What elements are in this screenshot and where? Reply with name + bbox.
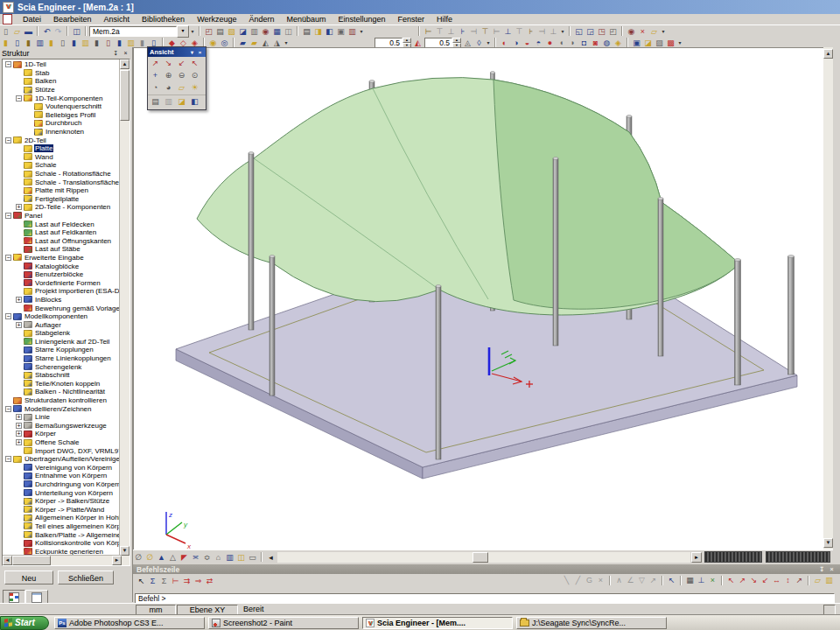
- step-3-icon[interactable]: ⇄: [204, 576, 215, 586]
- pin-icon[interactable]: ↧: [111, 49, 121, 58]
- beam-tool-1[interactable]: ▮: [0, 38, 11, 48]
- tree-item-label[interactable]: Modellkomponenten: [24, 312, 88, 320]
- osnap-7[interactable]: ↗: [794, 575, 805, 585]
- beam-tool-5[interactable]: ▮: [46, 38, 57, 48]
- split-view-icon[interactable]: ◫: [235, 552, 247, 563]
- window-icon[interactable]: ◫: [283, 26, 294, 37]
- ucs-2-icon[interactable]: ∅: [144, 552, 156, 563]
- tree-item-label[interactable]: Voutenquerschnitt: [45, 102, 102, 110]
- support-6-icon[interactable]: ⊤: [480, 26, 491, 37]
- beam-tool-12[interactable]: ▥: [125, 38, 136, 48]
- menu-fenster[interactable]: Fenster: [392, 15, 431, 24]
- tree-item[interactable]: Teile/Knoten koppeln: [4, 380, 120, 388]
- menu-einstellungen[interactable]: Einstellungen: [332, 15, 392, 24]
- tree-item-label[interactable]: Allgemeinen Körper in Hohlkörper: [34, 514, 120, 522]
- tree-item-label[interactable]: Last auf Stäbe: [34, 245, 81, 253]
- activity-5[interactable]: ●: [544, 38, 556, 48]
- tree-item[interactable]: Vereinigung von Körpern: [4, 464, 120, 472]
- tree-item[interactable]: Stabgelenk: [4, 329, 120, 338]
- cursor-snap-icon[interactable]: ↖: [666, 575, 677, 585]
- tree-item[interactable]: Fertigteilplatte: [4, 195, 120, 204]
- tree-item[interactable]: Kollisionskontrolle von Körpern: [4, 539, 120, 548]
- home-view-icon[interactable]: ⌂: [213, 552, 224, 563]
- tree-item[interactable]: Stab: [4, 69, 120, 78]
- tree-item-label[interactable]: Balken - Nichtlinearität: [34, 388, 106, 396]
- tree-item-label[interactable]: Benutzerblöcke: [34, 270, 84, 278]
- mesh-tool-1[interactable]: ◭: [260, 38, 271, 48]
- activity-7[interactable]: ◗: [567, 38, 578, 48]
- activity-1[interactable]: ◐: [499, 38, 510, 48]
- taskbar-task[interactable]: PsAdobe Photoshop CS3 E...: [54, 617, 205, 629]
- angle-tool[interactable]: ∠: [625, 575, 636, 585]
- activity-2[interactable]: ◑: [510, 38, 522, 48]
- column-pole[interactable]: [436, 286, 441, 459]
- tree-item[interactable]: Last auf Feldecken: [4, 220, 120, 228]
- schliessen-button[interactable]: Schließen: [58, 570, 114, 584]
- saved-view-icon[interactable]: ▱: [175, 82, 188, 94]
- expand-icon[interactable]: +: [16, 423, 22, 429]
- osnap-3[interactable]: ↘: [748, 575, 760, 585]
- mesh-tool-2[interactable]: ◮: [271, 38, 283, 48]
- block-tool-1[interactable]: ▰: [237, 38, 248, 48]
- tree-item-label-selected[interactable]: Platte: [34, 144, 53, 152]
- tree-item[interactable]: Stabschnitt: [4, 371, 120, 380]
- tree-item-label[interactable]: Modellieren/Zeichnen: [24, 405, 93, 413]
- tree-item[interactable]: Katalogblöcke: [4, 262, 120, 270]
- tree-item-label[interactable]: Last auf Feldkanten: [34, 228, 97, 236]
- zoom-window-icon[interactable]: ⊙: [188, 70, 201, 81]
- model-scene[interactable]: zyx: [134, 48, 824, 550]
- toolbar-more-caret[interactable]: ▾: [559, 26, 566, 37]
- tree-item-label[interactable]: Linie: [34, 413, 51, 421]
- tree-item-label[interactable]: 1D-Teil-Komponenten: [34, 94, 103, 102]
- beam-tool-4[interactable]: ▥: [34, 38, 46, 48]
- support-4-icon[interactable]: ⊦: [457, 26, 468, 37]
- tree-item-label[interactable]: Balken/Platte -> Allgemeiner Körp: [34, 531, 120, 539]
- menu-bearbeiten[interactable]: Bearbeiten: [47, 15, 98, 24]
- tree-item[interactable]: +Offene Schale: [4, 438, 120, 447]
- tree-item-label[interactable]: Bewehrung gemäß Vorlage: [34, 304, 120, 312]
- tree-item[interactable]: Platte: [4, 144, 120, 153]
- support-5-icon[interactable]: ⊣: [468, 26, 480, 37]
- project-combo[interactable]: Mem.2a▾: [89, 25, 189, 38]
- activity-4[interactable]: ◓: [533, 38, 544, 48]
- activity-8[interactable]: ◘: [578, 38, 590, 48]
- menu-hilfe[interactable]: Hilfe: [430, 15, 458, 24]
- tree-item-label[interactable]: 2D-Teile - Komponenten: [34, 203, 111, 211]
- tree-item[interactable]: Innenknoten: [4, 128, 120, 136]
- block-tool-2[interactable]: ▰: [248, 38, 260, 48]
- activity-10[interactable]: ◍: [601, 38, 612, 48]
- tree-item[interactable]: Allgemeinen Körper in Hohlkörper: [4, 514, 120, 522]
- tree-item[interactable]: +Bemaßungswerkzeuge: [4, 422, 120, 430]
- tree-item[interactable]: Balken - Nichtlinearität: [4, 388, 120, 396]
- tree-item[interactable]: +2D-Teile - Komponenten: [4, 203, 120, 212]
- layers-icon[interactable]: ◰: [203, 26, 214, 37]
- tree-item[interactable]: Liniengelenk auf 2D-Teil: [4, 338, 120, 346]
- tree-item[interactable]: Bewehrung gemäß Vorlage: [4, 304, 120, 312]
- grid-icon[interactable]: ▥: [248, 26, 260, 37]
- wireframe-icon[interactable]: ▥: [162, 96, 175, 108]
- support-10-icon[interactable]: ⊦: [525, 26, 536, 37]
- tree-item[interactable]: Last auf Öffnungskanten: [4, 236, 120, 245]
- select-arrow-icon[interactable]: ↖: [136, 576, 147, 586]
- save-snap-icon[interactable]: ▱: [812, 575, 823, 585]
- sum-2-icon[interactable]: Σ: [158, 576, 170, 586]
- column-pole[interactable]: [735, 260, 741, 385]
- tree-item-label[interactable]: Durchbruch: [45, 119, 82, 127]
- ansicht-palette-header[interactable]: Ansicht ▾ ×: [148, 47, 206, 57]
- folder-icon[interactable]: ▱: [648, 26, 660, 37]
- tree-item[interactable]: Beliebiges Profil: [4, 111, 120, 120]
- angle-icon[interactable]: ◬: [462, 38, 473, 48]
- osnap-5[interactable]: ↔: [771, 575, 782, 585]
- expand-icon[interactable]: +: [16, 430, 22, 437]
- collapse-icon[interactable]: −: [5, 213, 11, 219]
- print-preview-icon[interactable]: ▤: [301, 26, 312, 37]
- document-icon[interactable]: ◧: [324, 26, 335, 37]
- weld-tool[interactable]: ◉: [207, 38, 219, 48]
- frame-icon[interactable]: ▭: [247, 552, 258, 563]
- triangle-icon[interactable]: △: [167, 552, 178, 563]
- tree-item[interactable]: Import DWG, DXF, VRML97: [4, 446, 120, 455]
- print-icon[interactable]: ▤: [214, 26, 226, 37]
- tree-item-label[interactable]: Körper -> Balken/Stütze: [34, 497, 110, 505]
- tree-item[interactable]: Last auf Stäbe: [4, 245, 120, 254]
- tree-item-label[interactable]: Beliebiges Profil: [45, 111, 96, 119]
